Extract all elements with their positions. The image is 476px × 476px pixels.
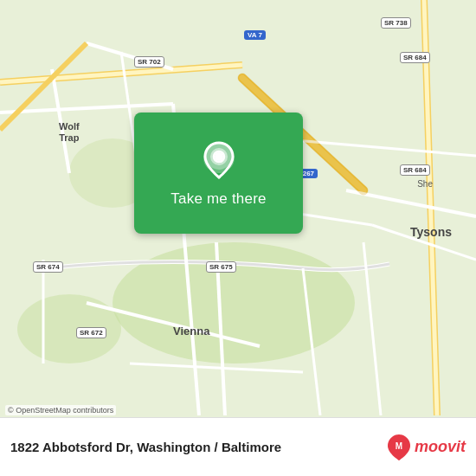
take-me-there-button[interactable]: Take me there [134,113,303,234]
route-shield-sr684-mid: SR 684 [400,164,430,176]
route-shield-sr674: SR 674 [33,261,63,273]
svg-text:M: M [396,441,402,451]
wolf-trap-label: WolfTrap [59,121,80,144]
moovit-brand-text: moovit [415,438,466,456]
take-me-there-label: Take me there [170,190,266,208]
route-shield-sr738: SR 738 [381,17,411,29]
route-shield-sr702: SR 702 [134,56,164,68]
moovit-logo: M moovit [387,434,466,461]
address-line: 1822 Abbotsford Dr, Washington / Baltimo… [10,440,387,454]
route-shield-va7: VA 7 [244,30,266,40]
tysons-label: Tysons [410,225,452,239]
osm-attribution: © OpenStreetMap contributors [5,405,116,415]
partial-place-label: She [417,179,433,189]
bottom-bar: 1822 Abbotsford Dr, Washington / Baltimo… [0,417,476,476]
map-container: SR 702 SR 738 SR 684 SR 684 VA 7 A 267 S… [0,0,476,476]
moovit-pin-icon: M [387,434,411,461]
address-area: 1822 Abbotsford Dr, Washington / Baltimo… [10,440,387,454]
route-shield-sr672: SR 672 [76,327,106,338]
vienna-label: Vienna [173,325,209,338]
route-shield-sr675: SR 675 [206,261,236,273]
route-shield-sr684-top: SR 684 [400,52,430,63]
location-pin-icon [200,138,238,182]
